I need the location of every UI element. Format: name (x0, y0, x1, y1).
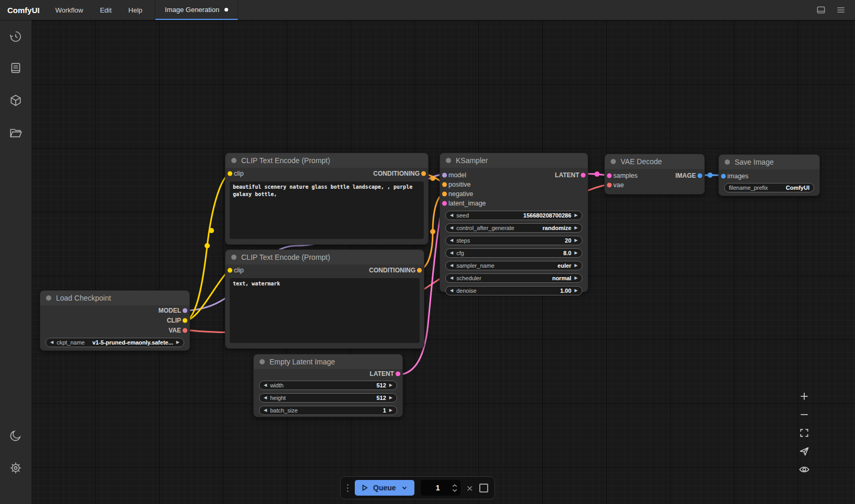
decrement-icon[interactable]: ◀ (264, 383, 267, 387)
node-empty-latent-image[interactable]: Empty Latent Image LATENT ◀ width 512 ▶ … (253, 354, 403, 417)
widget-batch-size[interactable]: ◀ batch_size 1 ▶ (259, 406, 397, 415)
widget-value: 20 (565, 237, 571, 244)
output-slot-conditioning[interactable] (417, 268, 422, 273)
moon-icon (9, 429, 22, 442)
queue-button[interactable]: Queue (355, 480, 414, 496)
sidebar-item-history[interactable] (9, 30, 22, 43)
output-slot-image[interactable] (698, 174, 702, 178)
node-title-bar[interactable]: Load Checkpoint (40, 291, 189, 305)
bottom-panel-toggle-button[interactable] (815, 4, 827, 16)
node-title-bar[interactable]: CLIP Text Encode (Prompt) (226, 250, 424, 265)
interrupt-button[interactable] (479, 484, 488, 492)
widget-width[interactable]: ◀ width 512 ▶ (259, 381, 397, 390)
input-slot-images[interactable] (721, 174, 726, 179)
node-clip-text-encode-negative[interactable]: CLIP Text Encode (Prompt) clip CONDITION… (225, 249, 424, 349)
menu-help[interactable]: Help (120, 0, 151, 20)
zoom-in-button[interactable] (796, 389, 812, 403)
input-slot-clip[interactable] (228, 268, 232, 273)
increment-icon[interactable]: ▶ (575, 251, 578, 255)
input-slot-samples[interactable] (607, 174, 612, 178)
output-slot-model[interactable] (183, 308, 187, 313)
chevron-down-icon[interactable] (401, 484, 408, 491)
increment-icon[interactable]: ▶ (575, 238, 578, 243)
decrement-icon[interactable]: ◀ (450, 238, 453, 243)
decrement-icon[interactable]: ◀ (450, 226, 453, 230)
sidebar-item-workflows[interactable] (9, 126, 22, 140)
toggle-links-button[interactable] (796, 462, 812, 476)
increment-icon[interactable]: ▶ (176, 340, 179, 345)
prompt-textarea[interactable]: text, watermark (230, 278, 420, 343)
batch-count-value[interactable]: 1 (428, 484, 448, 492)
decrement-icon[interactable]: ◀ (450, 289, 453, 293)
widget-control-after-generate[interactable]: ◀ control_after_generate randomize ▶ (445, 223, 582, 233)
decrement-icon[interactable]: ◀ (264, 408, 267, 413)
sidebar-item-settings[interactable] (9, 461, 22, 475)
fit-view-button[interactable] (796, 426, 812, 440)
prompt-textarea[interactable]: beautiful scenery nature glass bottle la… (230, 181, 424, 239)
sidebar-item-node-library[interactable] (9, 94, 22, 107)
widget-cfg[interactable]: ◀ cfg 8.0 ▶ (445, 248, 582, 258)
tab-image-generation[interactable]: Image Generation (155, 0, 238, 20)
widget-height[interactable]: ◀ height 512 ▶ (259, 393, 397, 403)
increment-icon[interactable]: ▶ (389, 383, 392, 387)
increment-icon[interactable]: ▶ (389, 396, 392, 400)
output-slot-latent[interactable] (396, 372, 400, 376)
node-title-bar[interactable]: Save Image (719, 155, 819, 169)
input-slot-vae[interactable] (607, 183, 612, 188)
batch-count-input[interactable]: 1 (421, 480, 460, 496)
stepper-up-icon[interactable] (452, 484, 457, 487)
decrement-icon[interactable]: ◀ (264, 396, 267, 400)
increment-icon[interactable]: ▶ (575, 276, 578, 280)
increment-icon[interactable]: ▶ (389, 408, 392, 413)
node-load-checkpoint[interactable]: Load Checkpoint MODEL CLIP VAE ◀ ckpt_na… (40, 290, 190, 351)
node-title: KSampler (456, 156, 488, 165)
widget-steps[interactable]: ◀ steps 20 ▶ (445, 236, 582, 245)
main-menu-button[interactable] (835, 4, 847, 16)
widget-sampler-name[interactable]: ◀ sampler_name euler ▶ (445, 261, 582, 270)
output-slot-conditioning[interactable] (421, 171, 426, 176)
input-slot-clip[interactable] (228, 171, 232, 176)
input-slot-latent-image[interactable] (442, 201, 447, 206)
increment-icon[interactable]: ▶ (575, 213, 578, 217)
sidebar-item-queue[interactable] (9, 61, 22, 75)
sidebar-item-theme-toggle[interactable] (9, 429, 22, 442)
input-slot-model[interactable] (442, 173, 447, 178)
widget-denoise[interactable]: ◀ denoise 1.00 ▶ (445, 286, 582, 295)
output-slot-latent[interactable] (581, 173, 586, 178)
decrement-icon[interactable]: ◀ (50, 340, 53, 345)
widget-seed[interactable]: ◀ seed 156680208700286 ▶ (445, 211, 582, 220)
increment-icon[interactable]: ▶ (575, 264, 578, 268)
pointer-mode-button[interactable] (796, 444, 812, 458)
widget-ckpt-name[interactable]: ◀ ckpt_name v1-5-pruned-emaonly.safete..… (46, 338, 184, 347)
decrement-icon[interactable]: ◀ (450, 213, 453, 217)
widget-scheduler[interactable]: ◀ scheduler normal ▶ (445, 273, 582, 283)
increment-icon[interactable]: ▶ (575, 289, 578, 293)
node-title-bar[interactable]: CLIP Text Encode (Prompt) (226, 153, 428, 168)
node-save-image[interactable]: Save Image images filename_prefix ComfyU… (718, 154, 820, 196)
widget-filename-prefix[interactable]: filename_prefix ComfyUI (724, 183, 814, 192)
node-title-bar[interactable]: Empty Latent Image (254, 354, 402, 369)
widget-value: 156680208700286 (523, 212, 571, 219)
menu-workflow[interactable]: Workflow (47, 0, 92, 20)
widget-name: seed (456, 212, 469, 219)
zoom-out-button[interactable] (796, 407, 812, 421)
output-slot-clip[interactable] (183, 318, 187, 323)
decrement-icon[interactable]: ◀ (450, 276, 453, 280)
node-ksampler[interactable]: KSampler model LATENT positive negative … (440, 153, 588, 292)
drag-handle[interactable] (347, 484, 348, 492)
slot-label-conditioning: CONDITIONING (369, 267, 415, 274)
stepper-down-icon[interactable] (452, 489, 457, 492)
increment-icon[interactable]: ▶ (575, 226, 578, 230)
input-slot-negative[interactable] (442, 192, 447, 197)
clear-queue-button[interactable]: × (467, 483, 473, 494)
menu-edit[interactable]: Edit (92, 0, 120, 20)
widget-value: v1-5-pruned-emaonly.safete... (92, 339, 173, 346)
node-title-bar[interactable]: VAE Decode (605, 154, 704, 169)
output-slot-vae[interactable] (183, 328, 187, 333)
node-vae-decode[interactable]: VAE Decode samples IMAGE vae (604, 154, 705, 194)
node-clip-text-encode-positive[interactable]: CLIP Text Encode (Prompt) clip CONDITION… (225, 153, 429, 245)
decrement-icon[interactable]: ◀ (450, 251, 453, 255)
decrement-icon[interactable]: ◀ (450, 264, 453, 268)
node-title-bar[interactable]: KSampler (440, 153, 588, 168)
input-slot-positive[interactable] (442, 182, 447, 187)
